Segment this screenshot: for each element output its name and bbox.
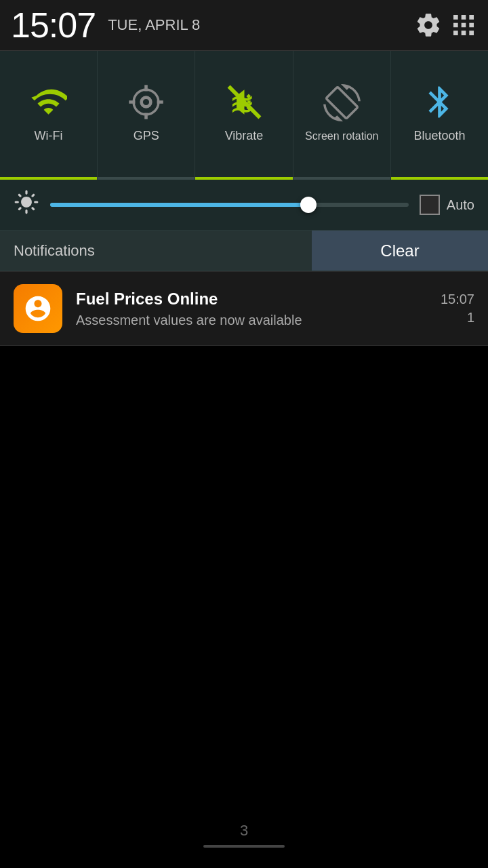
vibrate-icon: ≋: [224, 81, 264, 122]
notifications-header: Notifications Clear: [0, 231, 488, 271]
qs-tile-wifi[interactable]: Wi-Fi: [0, 51, 98, 180]
bluetooth-icon: [419, 81, 460, 122]
notification-message: Assessment values are now available: [76, 313, 441, 328]
status-date: TUE, APRIL 8: [108, 16, 200, 34]
brightness-slider[interactable]: [50, 203, 409, 207]
status-bar: 15:07 TUE, APRIL 8: [0, 0, 488, 51]
bluetooth-bar: [391, 177, 488, 180]
brightness-row: Auto: [0, 180, 488, 231]
notification-time: 15:07: [441, 292, 474, 307]
notification-meta: 15:07 1: [441, 292, 474, 326]
wifi-icon: [28, 81, 69, 122]
vibrate-label: Vibrate: [225, 129, 264, 144]
status-icons: [415, 12, 477, 39]
auto-label: Auto: [447, 197, 474, 213]
vibrate-bar: [195, 177, 292, 180]
qs-tile-vibrate[interactable]: ≋ Vibrate: [195, 51, 293, 180]
grid-icon[interactable]: [450, 12, 477, 39]
gps-icon: [126, 81, 167, 122]
page-number: 3: [240, 822, 248, 840]
notifications-label: Notifications: [0, 231, 312, 271]
wifi-bar: [0, 177, 97, 180]
bluetooth-label: Bluetooth: [413, 129, 465, 144]
screen-rotation-bar: [293, 177, 390, 180]
bottom-area: [0, 346, 488, 833]
screen-rotation-icon: [321, 82, 362, 123]
page-bar: [203, 845, 285, 848]
svg-point-1: [134, 90, 159, 115]
qs-tile-gps[interactable]: GPS: [98, 51, 195, 180]
notification-count: 1: [467, 310, 474, 326]
qs-tile-bluetooth[interactable]: Bluetooth: [391, 51, 488, 180]
screen-rotation-label: Screen rotation: [305, 130, 379, 142]
settings-icon[interactable]: [415, 12, 442, 39]
quick-settings: Wi-Fi GPS ≋ Vibr: [0, 51, 488, 180]
notification-item[interactable]: Fuel Prices Online Assessment values are…: [0, 272, 488, 346]
status-time: 15:07: [11, 5, 96, 45]
svg-point-0: [142, 97, 151, 106]
gps-label: GPS: [134, 129, 159, 144]
notification-app-icon: [14, 284, 62, 333]
auto-checkbox[interactable]: [420, 195, 440, 215]
page-indicator: 3: [0, 822, 488, 848]
brightness-fill: [50, 203, 308, 207]
notification-app-name: Fuel Prices Online: [76, 290, 441, 309]
qs-tile-screen-rotation[interactable]: Screen rotation: [293, 51, 391, 180]
brightness-icon: [14, 189, 39, 220]
brightness-thumb: [300, 197, 317, 213]
notification-content: Fuel Prices Online Assessment values are…: [76, 290, 441, 328]
wifi-label: Wi-Fi: [35, 129, 63, 144]
clear-button[interactable]: Clear: [312, 231, 488, 271]
auto-brightness: Auto: [420, 195, 474, 215]
gps-bar: [98, 177, 195, 180]
